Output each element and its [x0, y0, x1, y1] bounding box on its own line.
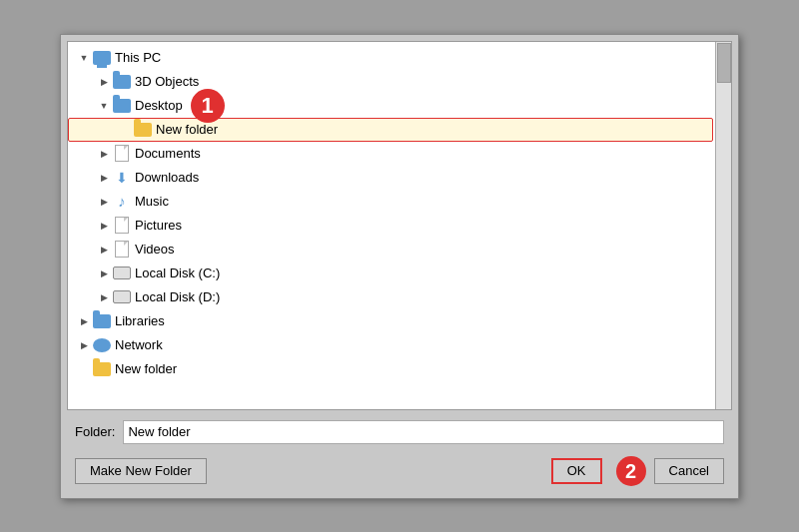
make-new-folder-button[interactable]: Make New Folder — [75, 458, 207, 484]
expand-arrow-this-pc — [76, 50, 92, 66]
expand-arrow-desktop — [96, 98, 112, 114]
tree-item-videos[interactable]: Videos — [68, 238, 713, 262]
tree-label-documents: Documents — [135, 146, 201, 161]
tree-item-3d-objects[interactable]: 3D Objects — [68, 70, 713, 94]
button-group: OK 2 Cancel — [551, 456, 724, 486]
folder-label: Folder: — [75, 424, 115, 439]
tree-label-desktop: Desktop — [135, 98, 183, 113]
tree-item-documents[interactable]: Documents — [68, 142, 713, 166]
browse-folder-dialog: This PC 3D Objects Desktop 1 — [60, 34, 739, 499]
expand-arrow-3d — [96, 74, 112, 90]
tree-label-downloads: Downloads — [135, 170, 199, 185]
tree-item-libraries[interactable]: Libraries — [68, 309, 713, 333]
tree-label-this-pc: This PC — [115, 50, 161, 65]
bottom-bar: Make New Folder OK 2 Cancel — [67, 450, 732, 492]
expand-arrow-music — [96, 194, 112, 210]
tree-item-local-d[interactable]: Local Disk (D:) — [68, 285, 713, 309]
computer-icon — [92, 49, 112, 67]
tree-label-network: Network — [115, 337, 163, 352]
folder-icon-new — [133, 121, 153, 139]
folder-icon-desktop — [112, 97, 132, 115]
tree-label-videos: Videos — [135, 242, 175, 257]
expand-arrow-downloads — [96, 170, 112, 186]
folder-input[interactable] — [123, 420, 724, 444]
tree-label-libraries: Libraries — [115, 313, 165, 328]
hdd-icon-d — [112, 288, 132, 306]
tree-label-local-d: Local Disk (D:) — [135, 289, 220, 304]
download-icon: ⬇ — [112, 169, 132, 187]
expand-arrow-local-c — [96, 266, 112, 281]
expand-arrow-pictures — [96, 218, 112, 234]
doc-icon-pictures — [112, 217, 132, 235]
ok-button[interactable]: OK — [551, 458, 602, 484]
expand-arrow-documents — [96, 146, 112, 162]
tree-item-local-c[interactable]: Local Disk (C:) — [68, 262, 713, 285]
cancel-button[interactable]: Cancel — [654, 458, 724, 484]
expand-arrow-libraries — [76, 313, 92, 329]
tree-label-music: Music — [135, 194, 169, 209]
tree-label-new-folder: New folder — [156, 122, 218, 137]
expand-arrow-network — [76, 337, 92, 353]
step2-badge: 2 — [616, 456, 646, 486]
tree-item-this-pc[interactable]: This PC — [68, 46, 713, 70]
tree-item-new-folder-root[interactable]: New folder — [68, 357, 713, 381]
network-icon — [92, 336, 112, 354]
doc-icon-documents — [112, 145, 132, 163]
tree-item-pictures[interactable]: Pictures — [68, 214, 713, 238]
folder-icon-3d — [112, 73, 132, 91]
tree-label-new-folder-root: New folder — [115, 361, 177, 376]
step1-badge: 1 — [191, 89, 225, 123]
expand-arrow-videos — [96, 242, 112, 258]
doc-icon-videos — [112, 241, 132, 259]
tree-item-desktop[interactable]: Desktop 1 — [68, 94, 713, 118]
tree-label-pictures: Pictures — [135, 218, 182, 233]
hdd-icon-c — [112, 265, 132, 282]
tree-item-new-folder[interactable]: New folder — [68, 118, 713, 142]
tree-item-downloads[interactable]: ⬇ Downloads — [68, 166, 713, 190]
folder-tree[interactable]: This PC 3D Objects Desktop 1 — [67, 41, 732, 410]
tree-label-local-c: Local Disk (C:) — [135, 266, 220, 280]
folder-icon-libraries — [92, 312, 112, 330]
scrollbar[interactable] — [715, 42, 731, 409]
tree-item-music[interactable]: ♪ Music — [68, 190, 713, 214]
expand-arrow-local-d — [96, 289, 112, 305]
folder-icon-root — [92, 360, 112, 378]
scrollbar-thumb[interactable] — [717, 43, 731, 83]
music-icon: ♪ — [112, 193, 132, 211]
folder-bar: Folder: — [67, 414, 732, 450]
tree-label-3d: 3D Objects — [135, 74, 199, 89]
tree-item-network[interactable]: Network — [68, 333, 713, 357]
